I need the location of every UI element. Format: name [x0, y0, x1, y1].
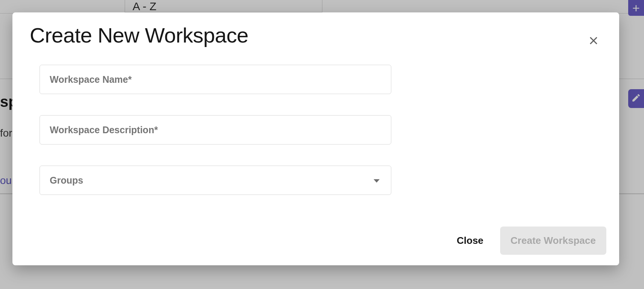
groups-select[interactable]: Groups [40, 166, 391, 195]
workspace-name-label: Workspace Name* [50, 74, 132, 85]
dialog-title: Create New Workspace [30, 23, 602, 47]
dialog-actions: Close Create Workspace [457, 227, 606, 255]
dialog-body: Workspace Name* Workspace Description* G… [30, 65, 391, 195]
caret-down-icon [374, 179, 380, 183]
create-workspace-dialog: Create New Workspace Workspace Name* Wor… [12, 12, 619, 265]
workspace-description-label: Workspace Description* [50, 125, 158, 135]
dialog-close-button[interactable] [585, 33, 602, 50]
close-icon [588, 35, 599, 48]
workspace-description-input[interactable]: Workspace Description* [40, 115, 391, 144]
workspace-name-input[interactable]: Workspace Name* [40, 65, 391, 94]
groups-label: Groups [50, 175, 83, 186]
close-button[interactable]: Close [457, 235, 484, 246]
create-workspace-button[interactable]: Create Workspace [500, 227, 606, 255]
